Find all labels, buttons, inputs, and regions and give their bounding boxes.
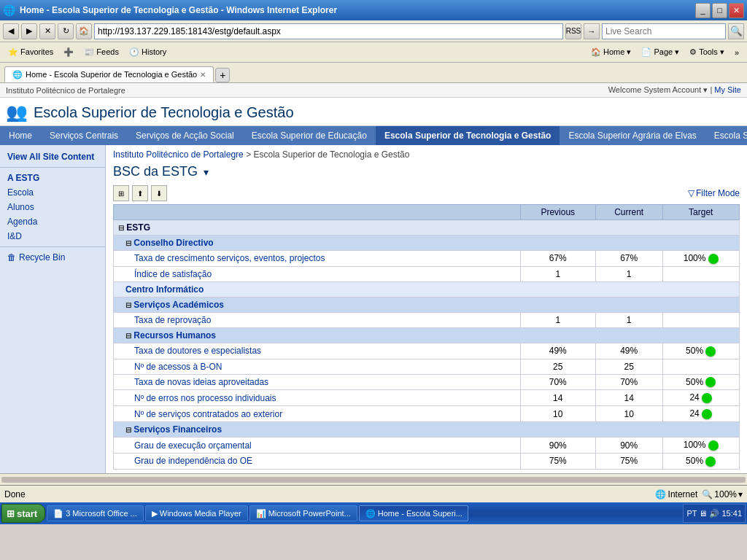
table-row: Nº de acessos à B-ON 25 25: [114, 359, 740, 374]
group-label: ⊟ Serviços Académicos: [114, 297, 740, 312]
curr-value: 10: [595, 406, 662, 422]
sp-nav-item[interactable]: Escola Superior de Educação: [243, 126, 376, 145]
sort-desc-btn[interactable]: ⬇: [151, 185, 167, 201]
maximize-button[interactable]: □: [712, 3, 727, 18]
filter-mode-btn[interactable]: ▽ Filter Mode: [688, 188, 740, 198]
tab-0[interactable]: 🌐 Home - Escola Superior de Tecnologia e…: [4, 66, 214, 82]
indicator-link[interactable]: Índice de satisfação: [134, 269, 212, 279]
table-row: Taxa de doutores e especialistas 49% 49%…: [114, 343, 740, 359]
sort-asc-btn[interactable]: ⬆: [132, 185, 148, 201]
curr-value: 70%: [595, 374, 662, 390]
window-titlebar: 🌐 Home - Escola Superior de Tecnologia e…: [0, 0, 747, 20]
page-layout: View All Site Content A ESTGEscolaAlunos…: [0, 145, 747, 473]
view-all-link[interactable]: View All Site Content: [0, 149, 105, 164]
sidebar-item[interactable]: Agenda: [0, 214, 105, 229]
dropdown-icon[interactable]: ▾: [204, 166, 209, 178]
indicator-link[interactable]: Nº de serviços contratados ao exterior: [134, 409, 282, 419]
prev-value: 25: [520, 359, 595, 374]
tab-close-icon[interactable]: ✕: [200, 71, 206, 79]
expand-icon[interactable]: ⊟: [125, 239, 131, 247]
table-row: Nº de erros nos processo individuais 14 …: [114, 390, 740, 406]
indicator-link[interactable]: Taxa de crescimento serviços, eventos, p…: [134, 253, 325, 263]
forward-button[interactable]: ▶: [21, 23, 37, 39]
more-btn[interactable]: »: [731, 44, 743, 61]
sp-nav-item[interactable]: Serviços de Acção Social: [127, 126, 243, 145]
sidebar-item[interactable]: Alunos: [0, 200, 105, 214]
target-value: 24: [662, 406, 740, 422]
sp-nav-item[interactable]: Escola Superior de Enfermagem: [705, 126, 747, 145]
indicator-link[interactable]: Grau de execução orçamental: [134, 440, 252, 451]
app-icon: ▶: [152, 509, 158, 518]
search-button[interactable]: 🔍: [728, 23, 744, 39]
page-btn[interactable]: 📄 Page ▾: [638, 44, 683, 61]
bsc-toolbar: ⊞ ⬆ ⬇ ▽ Filter Mode: [113, 185, 740, 201]
indicator-link[interactable]: Nº de acessos à B-ON: [134, 362, 222, 372]
taskbar-app-button[interactable]: 📄 3 Microsoft Office ...: [47, 505, 144, 521]
curr-value: 1: [595, 266, 662, 281]
minimize-button[interactable]: _: [695, 3, 711, 18]
close-button[interactable]: ✕: [729, 3, 744, 18]
stop-button[interactable]: ✕: [39, 23, 55, 39]
zoom-dropdown-icon[interactable]: ▾: [738, 489, 743, 499]
taskbar-app-button[interactable]: ▶ Windows Media Player: [145, 505, 248, 521]
target-value: 50%: [662, 453, 740, 469]
indicator-link[interactable]: Grau de independência do OE: [134, 456, 252, 466]
sidebar-item[interactable]: I&D: [0, 229, 105, 244]
expand-icon[interactable]: ⊟: [125, 426, 131, 434]
curr-value: 67%: [595, 251, 662, 267]
app-icon: 📄: [53, 509, 63, 518]
refresh-button[interactable]: ↻: [58, 23, 74, 39]
home-button[interactable]: 🏠: [76, 23, 92, 39]
zone-label: Internet: [668, 489, 698, 499]
scrollbar[interactable]: [0, 473, 747, 485]
address-input[interactable]: [94, 23, 563, 39]
my-site-link[interactable]: My Site: [714, 85, 741, 94]
expand-icon[interactable]: ⊟: [118, 224, 124, 232]
system-tray: PT 🖥 🔊 15:41: [683, 504, 746, 523]
tools-btn[interactable]: 🏠 Home ▾: [587, 44, 635, 61]
target-value: 100%: [662, 438, 740, 454]
group-label: ⊟ ESTG: [114, 220, 740, 236]
taskbar-app-button[interactable]: 📊 Microsoft PowerPoint...: [249, 505, 357, 521]
table-row: ⊟ ESTG: [114, 220, 740, 236]
prev-value: 75%: [520, 453, 595, 469]
sp-navigation: HomeServiços CentraisServiços de Acção S…: [0, 126, 747, 145]
favorites-btn[interactable]: ⭐ Favorites: [4, 44, 57, 61]
sp-topbar: Instituto Politécnico de Portalegre Welc…: [0, 83, 747, 98]
indicator-link[interactable]: Nº de erros nos processo individuais: [134, 393, 276, 403]
add-favorites-btn[interactable]: ➕: [60, 44, 77, 61]
feeds-btn[interactable]: 📰 Feeds: [80, 44, 123, 61]
sp-nav-item[interactable]: Escola Superior Agrária de Elvas: [560, 126, 705, 145]
sp-nav-item[interactable]: Escola Superior de Tecnologia e Gestão: [376, 126, 560, 145]
group-label: Centro Informático: [114, 281, 740, 297]
zoom-level: 100%: [714, 489, 737, 499]
grid-view-btn[interactable]: ⊞: [113, 185, 129, 201]
sidebar-item[interactable]: Escola: [0, 185, 105, 200]
sp-nav-item[interactable]: Serviços Centrais: [41, 126, 127, 145]
status-text: Done: [4, 489, 651, 499]
recycle-bin-link[interactable]: 🗑 Recycle Bin: [0, 250, 105, 265]
breadcrumb-root[interactable]: Instituto Politécnico de Portalegre: [113, 149, 244, 160]
page-title: BSC da ESTG: [113, 164, 198, 179]
indicator-label: Nº de serviços contratados ao exterior: [114, 406, 521, 422]
expand-icon[interactable]: ⊟: [125, 332, 131, 340]
tools-menu-btn[interactable]: ⚙ Tools ▾: [686, 44, 728, 61]
indicator-link[interactable]: Taxa de novas ideias aproveitadas: [134, 377, 268, 387]
sp-nav-item[interactable]: Home: [0, 126, 41, 145]
expand-icon[interactable]: ⊟: [125, 301, 131, 309]
start-button[interactable]: ⊞ start: [1, 504, 45, 523]
target-value: [662, 359, 740, 374]
new-tab-button[interactable]: +: [215, 68, 230, 82]
sidebar-item[interactable]: A ESTG: [0, 171, 105, 185]
go-button[interactable]: →: [584, 23, 600, 39]
rss-button[interactable]: RSS: [565, 23, 581, 39]
taskbar-app-button[interactable]: 🌐 Home - Escola Superi...: [359, 505, 468, 521]
search-input[interactable]: [602, 23, 726, 39]
back-button[interactable]: ◀: [3, 23, 19, 39]
filter-icon: ▽: [688, 188, 694, 198]
recycle-bin-icon: 🗑: [7, 252, 16, 262]
table-row: ⊟ Serviços Académicos: [114, 297, 740, 312]
history-btn[interactable]: 🕐 History: [125, 44, 170, 61]
indicator-link[interactable]: Taxa de reprovação: [134, 315, 211, 325]
indicator-link[interactable]: Taxa de doutores e especialistas: [134, 346, 261, 356]
